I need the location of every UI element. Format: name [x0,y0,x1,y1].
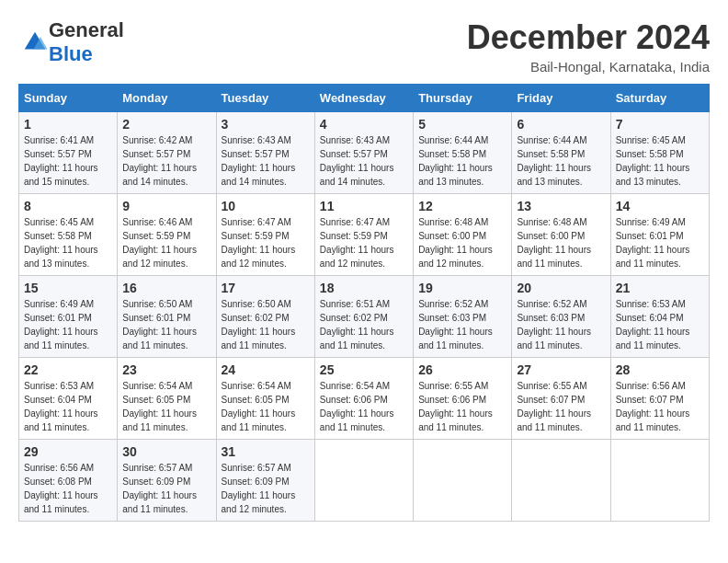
day-number: 11 [320,199,408,213]
calendar-cell: 23 Sunrise: 6:54 AM Sunset: 6:05 PM Dayl… [118,358,216,440]
calendar-cell: 12 Sunrise: 6:48 AM Sunset: 6:00 PM Dayl… [414,194,512,276]
calendar-header-row: SundayMondayTuesdayWednesdayThursdayFrid… [19,85,710,112]
day-detail: Sunrise: 6:47 AM Sunset: 5:59 PM Dayligh… [320,215,408,270]
day-number: 21 [616,281,704,295]
day-number: 28 [616,362,704,377]
day-number: 30 [122,444,210,459]
day-number: 20 [517,281,605,295]
day-detail: Sunrise: 6:42 AM Sunset: 5:57 PM Dayligh… [122,133,210,189]
logo-blue: Blue [49,42,93,65]
day-number: 2 [122,117,210,132]
day-detail: Sunrise: 6:54 AM Sunset: 6:05 PM Dayligh… [122,379,210,434]
day-number: 4 [320,117,408,132]
calendar-cell: 13 Sunrise: 6:48 AM Sunset: 6:00 PM Dayl… [512,194,610,276]
calendar-cell: 19 Sunrise: 6:52 AM Sunset: 6:03 PM Dayl… [414,276,512,358]
column-header-sunday: Sunday [19,85,118,112]
day-detail: Sunrise: 6:47 AM Sunset: 5:59 PM Dayligh… [222,215,310,270]
column-header-wednesday: Wednesday [314,85,413,112]
calendar-cell: 22 Sunrise: 6:53 AM Sunset: 6:04 PM Dayl… [19,358,118,440]
calendar-cell: 10 Sunrise: 6:47 AM Sunset: 5:59 PM Dayl… [216,194,314,276]
calendar-cell: 2 Sunrise: 6:42 AM Sunset: 5:57 PM Dayli… [118,112,216,194]
calendar-cell: 30 Sunrise: 6:57 AM Sunset: 6:09 PM Dayl… [118,440,216,522]
calendar-cell: 16 Sunrise: 6:50 AM Sunset: 6:01 PM Dayl… [118,276,216,358]
day-detail: Sunrise: 6:46 AM Sunset: 5:59 PM Dayligh… [122,215,210,270]
day-number: 3 [222,117,310,132]
calendar-cell: 11 Sunrise: 6:47 AM Sunset: 5:59 PM Dayl… [314,194,413,276]
month-title: December 2024 [467,18,710,57]
day-detail: Sunrise: 6:43 AM Sunset: 5:57 PM Dayligh… [222,133,310,189]
day-detail: Sunrise: 6:55 AM Sunset: 6:06 PM Dayligh… [418,379,506,434]
logo: General Blue [18,18,124,66]
calendar-cell: 14 Sunrise: 6:49 AM Sunset: 6:01 PM Dayl… [610,194,709,276]
calendar-cell [512,440,610,522]
calendar-cell: 6 Sunrise: 6:44 AM Sunset: 5:58 PM Dayli… [512,112,610,194]
location-title: Bail-Hongal, Karnataka, India [467,59,710,75]
calendar-cell [610,440,709,522]
calendar-cell: 1 Sunrise: 6:41 AM Sunset: 5:57 PM Dayli… [19,112,118,194]
day-number: 31 [222,444,310,459]
calendar-week-4: 22 Sunrise: 6:53 AM Sunset: 6:04 PM Dayl… [19,358,710,440]
column-header-friday: Friday [512,85,610,112]
day-detail: Sunrise: 6:56 AM Sunset: 6:08 PM Dayligh… [24,461,112,516]
day-detail: Sunrise: 6:44 AM Sunset: 5:58 PM Dayligh… [418,133,506,189]
day-number: 26 [418,362,506,377]
calendar-cell: 31 Sunrise: 6:57 AM Sunset: 6:09 PM Dayl… [216,440,314,522]
calendar-cell: 5 Sunrise: 6:44 AM Sunset: 5:58 PM Dayli… [414,112,512,194]
day-detail: Sunrise: 6:50 AM Sunset: 6:01 PM Dayligh… [122,297,210,352]
day-detail: Sunrise: 6:45 AM Sunset: 5:58 PM Dayligh… [24,215,112,270]
day-number: 29 [24,444,112,459]
day-detail: Sunrise: 6:57 AM Sunset: 6:09 PM Dayligh… [222,461,310,516]
day-detail: Sunrise: 6:48 AM Sunset: 6:00 PM Dayligh… [517,215,605,270]
calendar-cell: 24 Sunrise: 6:54 AM Sunset: 6:05 PM Dayl… [216,358,314,440]
day-number: 15 [24,281,112,295]
day-number: 5 [418,117,506,132]
day-detail: Sunrise: 6:49 AM Sunset: 6:01 PM Dayligh… [24,297,112,352]
column-header-monday: Monday [118,85,216,112]
calendar-week-2: 8 Sunrise: 6:45 AM Sunset: 5:58 PM Dayli… [19,194,710,276]
calendar-cell: 3 Sunrise: 6:43 AM Sunset: 5:57 PM Dayli… [216,112,314,194]
day-detail: Sunrise: 6:51 AM Sunset: 6:02 PM Dayligh… [320,297,408,352]
calendar-cell: 7 Sunrise: 6:45 AM Sunset: 5:58 PM Dayli… [610,112,709,194]
day-detail: Sunrise: 6:56 AM Sunset: 6:07 PM Dayligh… [616,379,704,434]
day-number: 16 [122,281,210,295]
day-detail: Sunrise: 6:52 AM Sunset: 6:03 PM Dayligh… [517,297,605,352]
day-number: 14 [616,199,704,213]
day-number: 25 [320,362,408,377]
calendar-table: SundayMondayTuesdayWednesdayThursdayFrid… [18,84,710,522]
calendar-cell: 15 Sunrise: 6:49 AM Sunset: 6:01 PM Dayl… [19,276,118,358]
calendar-week-5: 29 Sunrise: 6:56 AM Sunset: 6:08 PM Dayl… [19,440,710,522]
calendar-cell: 4 Sunrise: 6:43 AM Sunset: 5:57 PM Dayli… [314,112,413,194]
day-number: 22 [24,362,112,377]
day-detail: Sunrise: 6:55 AM Sunset: 6:07 PM Dayligh… [517,379,605,434]
day-detail: Sunrise: 6:50 AM Sunset: 6:02 PM Dayligh… [222,297,310,352]
title-block: December 2024 Bail-Hongal, Karnataka, In… [467,18,710,75]
logo-icon [21,29,49,56]
day-detail: Sunrise: 6:53 AM Sunset: 6:04 PM Dayligh… [24,379,112,434]
day-number: 6 [517,117,605,132]
day-detail: Sunrise: 6:49 AM Sunset: 6:01 PM Dayligh… [616,215,704,270]
calendar-cell [414,440,512,522]
day-detail: Sunrise: 6:45 AM Sunset: 5:58 PM Dayligh… [616,133,704,189]
calendar-cell: 27 Sunrise: 6:55 AM Sunset: 6:07 PM Dayl… [512,358,610,440]
column-header-tuesday: Tuesday [216,85,314,112]
day-number: 24 [222,362,310,377]
day-number: 17 [222,281,310,295]
day-detail: Sunrise: 6:41 AM Sunset: 5:57 PM Dayligh… [24,133,112,189]
calendar-cell: 29 Sunrise: 6:56 AM Sunset: 6:08 PM Dayl… [19,440,118,522]
column-header-thursday: Thursday [414,85,512,112]
calendar-cell: 26 Sunrise: 6:55 AM Sunset: 6:06 PM Dayl… [414,358,512,440]
day-detail: Sunrise: 6:54 AM Sunset: 6:06 PM Dayligh… [320,379,408,434]
day-detail: Sunrise: 6:43 AM Sunset: 5:57 PM Dayligh… [320,133,408,189]
day-detail: Sunrise: 6:57 AM Sunset: 6:09 PM Dayligh… [122,461,210,516]
day-detail: Sunrise: 6:48 AM Sunset: 6:00 PM Dayligh… [418,215,506,270]
calendar-cell: 21 Sunrise: 6:53 AM Sunset: 6:04 PM Dayl… [610,276,709,358]
calendar-cell: 28 Sunrise: 6:56 AM Sunset: 6:07 PM Dayl… [610,358,709,440]
day-number: 9 [122,199,210,213]
day-detail: Sunrise: 6:44 AM Sunset: 5:58 PM Dayligh… [517,133,605,189]
page-header: General Blue December 2024 Bail-Hongal, … [18,18,710,75]
calendar-cell: 8 Sunrise: 6:45 AM Sunset: 5:58 PM Dayli… [19,194,118,276]
day-number: 23 [122,362,210,377]
day-number: 1 [24,117,112,132]
day-number: 10 [222,199,310,213]
day-detail: Sunrise: 6:52 AM Sunset: 6:03 PM Dayligh… [418,297,506,352]
